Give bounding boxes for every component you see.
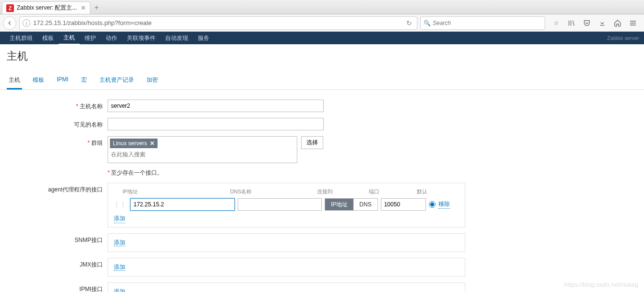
agent-port-input[interactable] xyxy=(381,198,426,211)
hostname-input[interactable] xyxy=(108,100,324,112)
nav-correlation[interactable]: 关联项事件 xyxy=(122,32,160,44)
nav-hostgroups[interactable]: 主机群组 xyxy=(5,32,37,44)
group-tag-linux-servers[interactable]: Linux servers ✕ xyxy=(110,139,158,148)
toolbar-icons: ☆ xyxy=(548,19,641,27)
label-snmp-interface: SNMP接口 xyxy=(7,233,108,244)
nav-actions[interactable]: 动作 xyxy=(101,32,122,44)
menu-icon[interactable] xyxy=(629,19,637,27)
pocket-icon[interactable] xyxy=(583,19,591,27)
hdr-default: 默认 xyxy=(417,188,427,195)
hdr-port: 端口 xyxy=(369,188,417,195)
nav-hosts[interactable]: 主机 xyxy=(59,31,80,45)
subtabs: 主机 模板 IPMI 宏 主机资产记录 加密 xyxy=(0,72,644,90)
brand-label: Zabbix server xyxy=(607,35,639,41)
search-box[interactable]: 🔍 xyxy=(420,16,545,30)
label-ipmi-interface: IPMI接口 xyxy=(7,282,108,292)
hdr-connect: 连接到 xyxy=(317,188,369,195)
drag-handle-icon[interactable]: ⋮⋮ xyxy=(114,201,127,208)
reload-icon[interactable]: ↻ xyxy=(404,19,414,27)
agent-add-link[interactable]: 添加 xyxy=(114,215,125,223)
info-icon[interactable]: i xyxy=(23,19,30,27)
interface-header: IP地址 DNS名称 连接到 端口 默认 xyxy=(114,188,459,195)
page-title: 主机 xyxy=(0,44,644,72)
label-groups: *群组 xyxy=(7,136,108,147)
tab-title: Zabbix server: 配置主... xyxy=(17,4,77,12)
back-button[interactable] xyxy=(3,16,16,30)
tab-templates[interactable]: 模板 xyxy=(31,72,46,89)
nav-services[interactable]: 服务 xyxy=(193,32,214,44)
snmp-add-link[interactable]: 添加 xyxy=(114,239,125,246)
url-box[interactable]: i ↻ xyxy=(19,16,417,30)
nav-discovery[interactable]: 自动发现 xyxy=(160,32,193,44)
label-jmx-interface: JMX接口 xyxy=(7,258,108,269)
tab-inventory[interactable]: 主机资产记录 xyxy=(97,72,136,89)
connect-to-toggle: IP地址 DNS xyxy=(325,198,378,211)
browser-tab[interactable]: Z Zabbix server: 配置主... ✕ xyxy=(2,1,90,14)
hdr-dns: DNS名称 xyxy=(230,188,317,195)
jmx-add-link[interactable]: 添加 xyxy=(114,264,125,271)
group-search-input[interactable] xyxy=(110,150,295,159)
nav-templates[interactable]: 模板 xyxy=(37,32,59,44)
downloads-icon[interactable] xyxy=(598,19,607,27)
jmx-interface-box: 添加 xyxy=(108,258,465,277)
close-tab-icon[interactable]: ✕ xyxy=(81,4,86,12)
zabbix-favicon: Z xyxy=(6,4,14,12)
nav-maintenance[interactable]: 维护 xyxy=(80,32,101,44)
label-hostname: *主机名称 xyxy=(7,100,108,111)
search-input[interactable] xyxy=(433,20,542,26)
url-input[interactable] xyxy=(33,19,404,26)
connect-ip-button[interactable]: IP地址 xyxy=(325,199,353,210)
connect-dns-button[interactable]: DNS xyxy=(353,199,377,210)
browser-tab-strip: Z Zabbix server: 配置主... ✕ + xyxy=(0,0,644,14)
ipmi-add-link[interactable]: 添加 xyxy=(114,288,125,292)
agent-interface-row: ⋮⋮ IP地址 DNS 移除 xyxy=(114,198,459,211)
search-icon: 🔍 xyxy=(424,20,431,26)
tab-ipmi[interactable]: IPMI xyxy=(55,72,71,89)
label-agent-interface: agent代理程序的接口 xyxy=(7,183,108,194)
agent-ip-input[interactable] xyxy=(130,198,235,211)
tab-host[interactable]: 主机 xyxy=(7,72,22,89)
bookmark-icon[interactable]: ☆ xyxy=(552,19,560,27)
snmp-interface-box: 添加 xyxy=(108,233,465,252)
new-tab-button[interactable]: + xyxy=(90,1,102,14)
remove-tag-icon[interactable]: ✕ xyxy=(150,140,155,147)
group-tag-label: Linux servers xyxy=(113,140,147,147)
ipmi-interface-box: 添加 xyxy=(108,282,465,292)
tab-encryption[interactable]: 加密 xyxy=(145,72,160,89)
interface-hint: *至少存在一个接口。 xyxy=(108,169,637,177)
agent-interface-box: IP地址 DNS名称 连接到 端口 默认 ⋮⋮ IP地址 DNS xyxy=(108,183,465,228)
agent-remove-link[interactable]: 移除 xyxy=(438,200,450,209)
arrow-left-icon xyxy=(6,20,13,26)
visible-name-input[interactable] xyxy=(108,118,324,130)
zabbix-nav: 主机群组 模板 主机 维护 动作 关联项事件 自动发现 服务 Zabbix se… xyxy=(0,32,644,44)
address-bar: i ↻ 🔍 ☆ xyxy=(0,14,644,32)
agent-dns-input[interactable] xyxy=(238,198,322,211)
label-visible-name: 可见的名称 xyxy=(7,118,108,129)
home-icon[interactable] xyxy=(613,19,622,27)
tab-macros[interactable]: 宏 xyxy=(79,72,89,89)
agent-default-radio[interactable] xyxy=(429,201,436,208)
library-icon[interactable] xyxy=(567,19,576,27)
groups-multiselect[interactable]: Linux servers ✕ xyxy=(108,136,297,163)
hdr-ip: IP地址 xyxy=(122,188,230,195)
host-form: *主机名称 可见的名称 *群组 Linux servers ✕ 选择 *至少存在… xyxy=(0,90,644,292)
select-groups-button[interactable]: 选择 xyxy=(301,136,323,149)
